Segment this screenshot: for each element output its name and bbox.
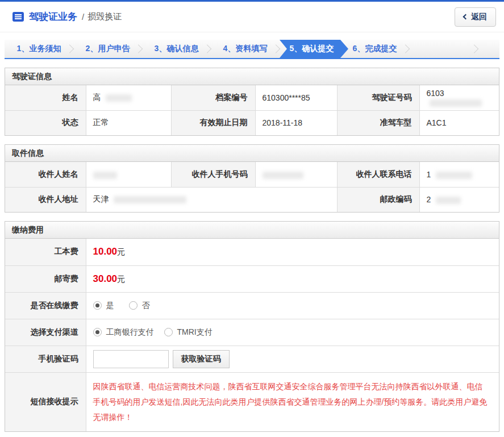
table-row: 状态 正常 有效期止日期 2018-11-18 准驾车型 A1C1 [5, 110, 499, 135]
radio-icon[interactable] [93, 328, 102, 336]
page-subtitle: 损毁换证 [88, 11, 122, 22]
step-filler [409, 40, 478, 58]
table-row: 收件人姓名 收件人手机号码 收件人联系电话 1 [5, 162, 499, 187]
field-label-postage-fee: 邮寄费 [5, 265, 86, 292]
sms-code-row: 获取验证码 [93, 350, 499, 368]
step-label: 3、确认信息 [155, 44, 199, 54]
radio-icon[interactable] [164, 328, 173, 336]
online-payment-radio-group: 是 否 [93, 301, 499, 311]
field-label-online-payment: 是否在线缴费 [5, 292, 86, 319]
field-label-recipient-address: 收件人地址 [5, 187, 86, 212]
step-separator-icon [65, 44, 74, 53]
field-value-sms-notice: 因陕西省联通、电信运营商技术问题，陕西省互联网交通安全综合服务管理平台无法向持陕… [86, 372, 499, 431]
breadcrumb: 驾驶证业务 / 损毁换证 [13, 10, 122, 23]
radio-icon[interactable] [129, 301, 138, 310]
table-row: 收件人地址 天津 邮政编码 2 [5, 187, 499, 212]
field-text: 1 [427, 170, 431, 179]
radio-label: 否 [142, 301, 150, 311]
license-info-section: 驾驶证信息 姓名 高 档案编号 610300****85 驾驶证号码 6103 … [5, 68, 499, 136]
field-value-postage-fee: 30.00元 [86, 265, 499, 292]
field-text: 高 [93, 93, 101, 102]
table-row: 姓名 高 档案编号 610300****85 驾驶证号码 6103 [5, 85, 499, 110]
payment-section: 缴纳费用 工本费 10.00元 邮寄费 30.00元 是否在线缴费 是 [5, 221, 499, 432]
field-value-valid-until: 2018-11-18 [255, 110, 337, 135]
step-label: 1、业务须知 [17, 44, 61, 54]
production-fee-amount: 10.00 [93, 246, 118, 257]
back-button[interactable]: 返回 [455, 7, 496, 27]
redacted-value [114, 196, 186, 203]
field-text: 6103 [427, 89, 444, 98]
wizard-steps: 1、业务须知 2、用户申告 3、确认信息 4、资料填写 5、确认提交 6、完成提… [5, 40, 499, 59]
license-section-title: 驾驶证信息 [5, 68, 499, 85]
field-label-sms-notice: 短信接收提示 [5, 372, 86, 431]
step-separator-icon [470, 44, 479, 53]
get-sms-code-button[interactable]: 获取验证码 [173, 350, 230, 368]
radio-option-no[interactable]: 否 [129, 301, 150, 311]
field-label-vehicle-class: 准驾车型 [337, 110, 419, 135]
sms-code-input[interactable] [93, 350, 169, 368]
table-row: 手机验证码 获取验证码 [5, 346, 499, 372]
fee-unit: 元 [117, 247, 125, 256]
step-bar-rest [478, 40, 499, 58]
step-label: 6、完成提交 [353, 44, 397, 54]
step-separator-icon [134, 44, 143, 53]
field-label-postal-code: 邮政编码 [337, 187, 419, 212]
breadcrumb-divider: / [82, 12, 84, 22]
radio-icon[interactable] [93, 301, 102, 310]
step-confirm-info[interactable]: 3、确认信息 [142, 40, 211, 58]
field-value-online-payment: 是 否 [86, 292, 499, 319]
redacted-value [430, 99, 482, 107]
step-finish-submit[interactable]: 6、完成提交 [340, 40, 409, 58]
field-value-production-fee: 10.00元 [86, 239, 499, 265]
field-label-file-no: 档案编号 [171, 85, 255, 110]
pickup-info-section: 取件信息 收件人姓名 收件人手机号码 收件人联系电话 1 收件人地址 天津 邮 [5, 144, 499, 213]
field-value-vehicle-class: A1C1 [419, 110, 499, 135]
table-row: 选择支付渠道 工商银行支付 TMRI支付 [5, 319, 499, 346]
step-label: 5、确认提交 [290, 44, 334, 54]
field-value-postal-code: 2 [419, 187, 499, 212]
field-value-license-no: 6103 [419, 85, 499, 110]
field-value-status: 正常 [86, 110, 171, 135]
field-label-recipient-phone: 收件人联系电话 [337, 162, 419, 187]
radio-option-icbc[interactable]: 工商银行支付 [93, 327, 154, 338]
step-business-notice[interactable]: 1、业务须知 [5, 40, 73, 58]
field-label-status: 状态 [5, 110, 86, 135]
radio-option-tmri[interactable]: TMRI支付 [164, 327, 213, 338]
field-label-valid-until: 有效期止日期 [171, 110, 255, 135]
redacted-value [436, 197, 461, 204]
field-value-recipient-name [86, 162, 171, 187]
redacted-value [106, 94, 132, 102]
field-label-payment-channel: 选择支付渠道 [5, 319, 86, 346]
sms-notice-text: 因陕西省联通、电信运营商技术问题，陕西省互联网交通安全综合服务管理平台无法向持陕… [93, 373, 499, 431]
page-title: 驾驶证业务 [29, 10, 77, 23]
step-separator-icon [401, 44, 410, 53]
field-label-recipient-name: 收件人姓名 [5, 162, 86, 187]
table-row: 邮寄费 30.00元 [5, 265, 499, 292]
field-value-recipient-mobile [255, 162, 337, 187]
pickup-section-title: 取件信息 [5, 145, 499, 162]
table-row: 短信接收提示 因陕西省联通、电信运营商技术问题，陕西省互联网交通安全综合服务管理… [5, 372, 499, 431]
field-label-sms-code: 手机验证码 [5, 346, 86, 372]
field-label-license-no: 驾驶证号码 [337, 85, 419, 110]
payment-channel-radio-group: 工商银行支付 TMRI支付 [93, 327, 499, 338]
step-label: 2、用户申告 [86, 44, 130, 54]
step-user-declaration[interactable]: 2、用户申告 [73, 40, 142, 58]
field-label-production-fee: 工本费 [5, 239, 86, 265]
step-confirm-submit[interactable]: 5、确认提交 [280, 40, 348, 58]
page-header: 驾驶证业务 / 损毁换证 返回 [0, 2, 504, 32]
fee-unit: 元 [117, 274, 125, 284]
field-label-recipient-mobile: 收件人手机号码 [171, 162, 255, 187]
redacted-value [263, 172, 303, 179]
field-value-name: 高 [86, 85, 171, 110]
step-separator-icon [203, 44, 212, 53]
table-row: 是否在线缴费 是 否 [5, 292, 499, 319]
radio-label: 工商银行支付 [106, 327, 154, 338]
field-value-recipient-phone: 1 [419, 162, 499, 187]
radio-label: 是 [106, 301, 114, 311]
step-fill-data[interactable]: 4、资料填写 [211, 40, 280, 58]
back-button-label: 返回 [471, 12, 487, 22]
field-value-file-no: 610300****85 [255, 85, 337, 110]
field-value-sms-code: 获取验证码 [86, 346, 499, 372]
radio-option-yes[interactable]: 是 [93, 301, 114, 311]
field-value-payment-channel: 工商银行支付 TMRI支付 [86, 319, 499, 346]
